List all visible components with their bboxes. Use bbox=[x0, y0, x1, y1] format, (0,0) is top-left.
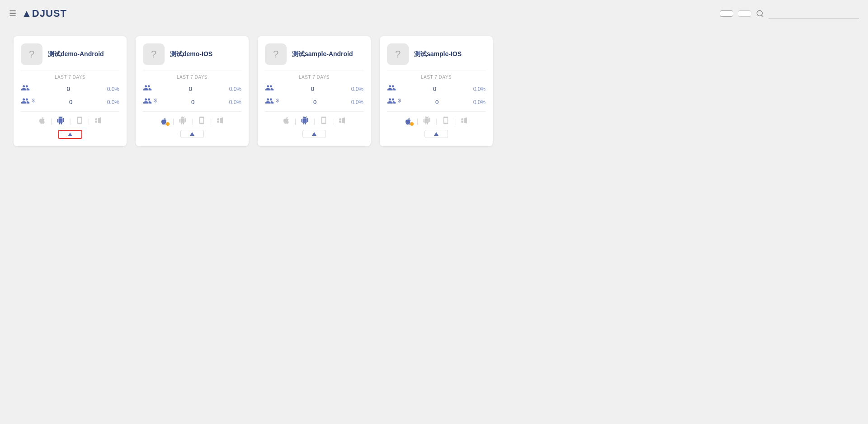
installs-row: 0 0.0% bbox=[143, 83, 241, 95]
app-icon: ? bbox=[387, 43, 409, 65]
ios-icon bbox=[282, 116, 290, 126]
platform-row: | | | bbox=[387, 116, 486, 126]
installs-value: 0 bbox=[433, 86, 436, 92]
platform-row: | | | bbox=[143, 116, 241, 126]
android-icon bbox=[301, 116, 309, 126]
app-card-4[interactable]: ? 测试sample-IOS LAST 7 DAYS 0 0.0% $ 0 0.… bbox=[380, 36, 493, 146]
sep2: | bbox=[69, 118, 71, 125]
sep3: | bbox=[88, 118, 90, 125]
divider-mid bbox=[265, 111, 363, 112]
divider-mid bbox=[143, 111, 241, 112]
app-card-1[interactable]: ? 测试demo-Android LAST 7 DAYS 0 0.0% $ 0 … bbox=[14, 36, 127, 146]
card-footer bbox=[21, 130, 119, 139]
expand-icon bbox=[312, 132, 316, 136]
divider-top bbox=[143, 71, 241, 71]
revenue-icon: $ bbox=[21, 96, 35, 108]
card-header: ? 测试sample-IOS bbox=[387, 43, 486, 65]
users-icon bbox=[21, 83, 30, 95]
revenue-value: 0 bbox=[191, 99, 194, 105]
search-icon[interactable] bbox=[756, 10, 764, 18]
installs-row: 0 0.0% bbox=[21, 83, 119, 95]
app-card-2[interactable]: ? 测试demo-IOS LAST 7 DAYS 0 0.0% $ 0 0.0% bbox=[136, 36, 249, 146]
revenue-value: 0 bbox=[313, 99, 316, 105]
filter-connected-tv-button[interactable] bbox=[738, 10, 751, 17]
windows-phone-icon bbox=[198, 116, 206, 126]
expand-icon bbox=[190, 132, 194, 136]
divider-mid bbox=[21, 111, 119, 112]
sep3: | bbox=[454, 118, 456, 125]
card-header: ? 测试demo-IOS bbox=[143, 43, 241, 65]
platform-row: | | | bbox=[21, 116, 119, 126]
app-name: 测试demo-Android bbox=[48, 50, 104, 58]
users-icon bbox=[265, 83, 274, 95]
revenue-percent: 0.0% bbox=[473, 99, 486, 105]
app-icon: ? bbox=[21, 43, 42, 65]
app-header: ☰ ▲DJUST bbox=[0, 0, 868, 27]
app-name: 测试sample-IOS bbox=[414, 50, 462, 58]
sep3: | bbox=[210, 118, 212, 125]
card-footer bbox=[143, 130, 241, 138]
installs-percent: 0.0% bbox=[473, 86, 486, 92]
ios-icon bbox=[38, 116, 46, 126]
android-icon bbox=[423, 116, 431, 126]
expand-icon bbox=[434, 132, 439, 136]
installs-row: 0 0.0% bbox=[265, 83, 363, 95]
users-icon bbox=[143, 83, 152, 95]
ios-icon bbox=[404, 117, 412, 125]
installs-value: 0 bbox=[311, 86, 314, 92]
windows-phone-icon bbox=[442, 116, 450, 126]
ios-icon bbox=[160, 117, 168, 125]
cards-grid: ? 测试demo-Android LAST 7 DAYS 0 0.0% $ 0 … bbox=[14, 36, 854, 146]
filter-mobile-button[interactable] bbox=[720, 10, 733, 17]
app-icon: ? bbox=[143, 43, 165, 65]
installs-percent: 0.0% bbox=[107, 86, 119, 92]
android-icon bbox=[57, 116, 65, 126]
windows-icon bbox=[460, 116, 468, 126]
card-header: ? 测试demo-Android bbox=[21, 43, 119, 65]
revenue-row: $ 0 0.0% bbox=[387, 96, 486, 108]
header-right bbox=[720, 9, 859, 19]
sep2: | bbox=[313, 118, 315, 125]
ios-badge-dot bbox=[410, 122, 414, 126]
expand-button[interactable] bbox=[302, 130, 326, 138]
sep1: | bbox=[295, 118, 297, 125]
ios-badge-dot bbox=[165, 122, 170, 126]
divider-top bbox=[265, 71, 363, 71]
last-7-days-label: LAST 7 DAYS bbox=[387, 75, 486, 80]
installs-row: 0 0.0% bbox=[387, 83, 486, 95]
expand-button[interactable] bbox=[180, 130, 204, 138]
platform-row: | | | bbox=[265, 116, 363, 126]
divider-mid bbox=[387, 111, 486, 112]
windows-phone-icon bbox=[320, 116, 328, 126]
windows-icon bbox=[94, 116, 102, 126]
revenue-row: $ 0 0.0% bbox=[21, 96, 119, 108]
revenue-icon: $ bbox=[143, 96, 157, 108]
svg-line-1 bbox=[761, 15, 763, 16]
expand-button[interactable] bbox=[58, 130, 82, 139]
last-7-days-label: LAST 7 DAYS bbox=[143, 75, 241, 80]
logo: ▲DJUST bbox=[22, 8, 67, 19]
users-icon bbox=[387, 83, 396, 95]
revenue-percent: 0.0% bbox=[229, 99, 241, 105]
app-card-3[interactable]: ? 测试sample-Android LAST 7 DAYS 0 0.0% $ … bbox=[258, 36, 371, 146]
expand-button[interactable] bbox=[425, 130, 448, 138]
app-icon: ? bbox=[265, 43, 287, 65]
app-name: 测试sample-Android bbox=[292, 50, 353, 58]
installs-value: 0 bbox=[189, 86, 192, 92]
revenue-percent: 0.0% bbox=[351, 99, 363, 105]
menu-icon[interactable]: ☰ bbox=[9, 9, 16, 19]
windows-icon bbox=[338, 116, 346, 126]
revenue-icon: $ bbox=[387, 96, 401, 108]
revenue-icon: $ bbox=[265, 96, 279, 108]
search-input[interactable] bbox=[769, 9, 859, 19]
windows-icon bbox=[216, 116, 224, 126]
sep1: | bbox=[417, 118, 419, 125]
revenue-row: $ 0 0.0% bbox=[265, 96, 363, 108]
installs-percent: 0.0% bbox=[229, 86, 241, 92]
windows-phone-icon bbox=[75, 116, 84, 126]
card-footer bbox=[387, 130, 486, 138]
revenue-percent: 0.0% bbox=[107, 99, 119, 105]
last-7-days-label: LAST 7 DAYS bbox=[265, 75, 363, 80]
divider-top bbox=[387, 71, 486, 71]
installs-value: 0 bbox=[67, 86, 70, 92]
